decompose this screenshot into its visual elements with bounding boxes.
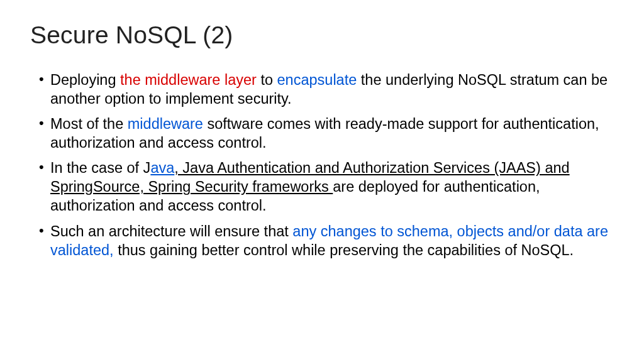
list-item: Deploying the middleware layer to encaps… xyxy=(39,70,614,108)
list-item: In the case of Java, Java Authentication… xyxy=(39,158,614,215)
text: Deploying xyxy=(50,72,120,88)
text-highlight-blue: middleware xyxy=(128,116,208,132)
text: thus gaining better control while preser… xyxy=(118,242,574,258)
bullet-list: Deploying the middleware layer to encaps… xyxy=(30,70,614,260)
list-item: Most of the middleware software comes wi… xyxy=(39,114,614,152)
list-item: Such an architecture will ensure that an… xyxy=(39,222,614,260)
text-highlight-blue: encapsulate xyxy=(277,72,361,88)
text: Such an architecture will ensure that xyxy=(50,223,292,239)
slide-title: Secure NoSQL (2) xyxy=(30,21,614,49)
text-highlight-blue-underline: ava xyxy=(150,160,174,176)
text: In the case of J xyxy=(50,160,150,176)
text-highlight-red: the middleware layer xyxy=(120,72,260,88)
text: to xyxy=(260,72,277,88)
slide: Secure NoSQL (2) Deploying the middlewar… xyxy=(0,0,644,260)
text: Most of the xyxy=(50,116,128,132)
